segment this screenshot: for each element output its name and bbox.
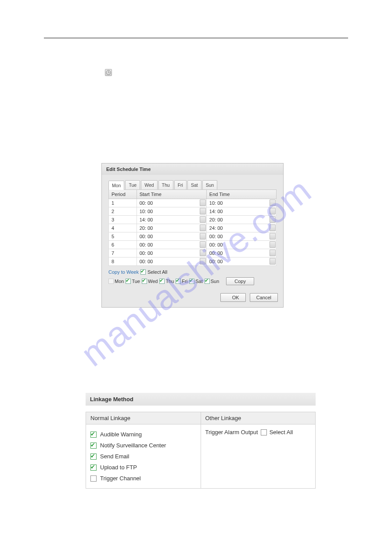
start-time-cell[interactable]: 00: 00	[137, 232, 206, 241]
day-checkbox-fri[interactable]	[176, 279, 181, 284]
linkage-checkbox[interactable]	[90, 443, 97, 449]
day-checkbox-tue[interactable]	[126, 279, 131, 284]
time-picker-icon[interactable]	[200, 216, 206, 223]
end-time-cell[interactable]: 24: 00	[206, 224, 276, 232]
period-cell: 2	[109, 207, 137, 216]
end-time-cell[interactable]: 10: 00	[206, 199, 276, 207]
select-all-alarm-checkbox[interactable]	[261, 429, 267, 435]
linkage-label: Upload to FTP	[100, 464, 137, 471]
tab-thu[interactable]: Thu	[158, 180, 173, 189]
period-cell: 4	[109, 224, 137, 232]
day-checkbox-mon	[108, 279, 114, 284]
time-picker-icon[interactable]	[270, 200, 276, 206]
normal-linkage-header: Normal Linkage	[86, 412, 201, 424]
linkage-checkbox[interactable]	[90, 432, 97, 438]
day-label: Tue	[132, 279, 140, 284]
end-time-cell[interactable]: 00: 00	[206, 241, 276, 249]
time-picker-icon[interactable]	[200, 250, 206, 256]
linkage-panel: Linkage Method Normal Linkage Other Link…	[86, 393, 316, 489]
start-time-cell[interactable]: 00: 00	[137, 199, 206, 207]
list-item: Upload to FTP	[90, 462, 196, 473]
table-row: 314: 0020: 00	[109, 216, 277, 224]
table-row: 210: 0014: 00	[109, 207, 277, 216]
clock-icon	[105, 69, 112, 76]
day-checkbox-wed[interactable]	[142, 279, 147, 284]
linkage-header: Linkage Method	[86, 393, 316, 406]
copy-to-week-link[interactable]: Copy to Week	[108, 269, 139, 275]
other-linkage-header: Other Linkage	[201, 412, 316, 424]
time-picker-icon[interactable]	[270, 216, 276, 223]
tab-mon[interactable]: Mon	[108, 181, 124, 190]
day-label: Fri	[182, 279, 187, 284]
day-checkbox-thu[interactable]	[159, 279, 165, 284]
day-thu[interactable]: Thu	[159, 279, 174, 284]
time-picker-icon[interactable]	[200, 241, 206, 248]
time-picker-icon[interactable]	[270, 208, 276, 214]
start-time-cell[interactable]: 20: 00	[137, 224, 206, 232]
start-time-cell[interactable]: 00: 00	[137, 249, 206, 258]
linkage-label: Notify Surveillance Center	[100, 442, 166, 449]
time-picker-icon[interactable]	[270, 258, 276, 265]
day-tue[interactable]: Tue	[126, 279, 140, 284]
day-label: Mon	[115, 279, 124, 284]
day-wed[interactable]: Wed	[142, 279, 158, 284]
period-cell: 7	[109, 249, 137, 258]
end-time-cell[interactable]: 00: 00	[206, 258, 276, 266]
end-time-cell[interactable]: 00: 00	[206, 249, 276, 258]
period-header: Period	[109, 190, 137, 199]
time-picker-icon[interactable]	[200, 208, 206, 214]
day-mon: Mon	[108, 279, 124, 284]
tab-wed[interactable]: Wed	[141, 180, 157, 189]
end-time-header: End Time	[206, 190, 276, 199]
table-row: 800: 0000: 00	[109, 258, 277, 266]
time-picker-icon[interactable]	[270, 233, 276, 239]
day-label: Sun	[211, 279, 219, 284]
select-all-label: Select All	[147, 269, 167, 275]
period-cell: 5	[109, 232, 137, 241]
table-row: 700: 0000: 00	[109, 249, 277, 258]
select-all-alarm-label: Select All	[270, 429, 293, 435]
list-item: Audible Warning	[90, 429, 196, 440]
time-picker-icon[interactable]	[200, 200, 206, 206]
linkage-checkbox[interactable]	[90, 453, 97, 460]
ok-button[interactable]: OK	[220, 293, 246, 302]
tab-sat[interactable]: Sat	[187, 180, 201, 189]
time-picker-icon[interactable]	[200, 233, 206, 239]
period-cell: 6	[109, 241, 137, 249]
select-all-checkbox[interactable]	[140, 269, 146, 275]
start-time-cell[interactable]: 00: 00	[137, 241, 206, 249]
copy-button[interactable]: Copy	[226, 277, 254, 285]
end-time-cell[interactable]: 20: 00	[206, 216, 276, 224]
day-checkbox-sun[interactable]	[205, 279, 210, 284]
day-checkbox-sat[interactable]	[189, 279, 194, 284]
table-row: 600: 0000: 00	[109, 241, 277, 249]
day-fri[interactable]: Fri	[176, 279, 187, 284]
tab-sun[interactable]: Sun	[202, 180, 218, 189]
linkage-label: Audible Warning	[100, 431, 142, 438]
period-cell: 8	[109, 258, 137, 266]
time-picker-icon[interactable]	[270, 241, 276, 248]
day-sat[interactable]: Sat	[189, 279, 203, 284]
start-time-cell[interactable]: 00: 00	[137, 258, 206, 266]
day-label: Wed	[148, 279, 158, 284]
linkage-label: Trigger Channel	[100, 475, 141, 482]
time-picker-icon[interactable]	[200, 225, 206, 231]
day-sun[interactable]: Sun	[205, 279, 219, 284]
linkage-checkbox[interactable]	[90, 475, 97, 482]
time-picker-icon[interactable]	[270, 250, 276, 256]
list-item: Send Email	[90, 451, 196, 462]
cancel-button[interactable]: Cancel	[250, 293, 278, 302]
linkage-checkbox[interactable]	[90, 464, 97, 471]
end-time-cell[interactable]: 14: 00	[206, 207, 276, 216]
start-time-cell[interactable]: 10: 00	[137, 207, 206, 216]
trigger-alarm-output-label: Trigger Alarm Output	[205, 429, 258, 435]
time-picker-icon[interactable]	[200, 258, 206, 265]
tab-fri[interactable]: Fri	[174, 180, 187, 189]
tab-tue[interactable]: Tue	[125, 180, 140, 189]
period-cell: 1	[109, 199, 137, 207]
start-time-cell[interactable]: 14: 00	[137, 216, 206, 224]
time-picker-icon[interactable]	[270, 225, 276, 231]
end-time-cell[interactable]: 00: 00	[206, 232, 276, 241]
day-tabs: MonTueWedThuFriSatSun	[108, 180, 277, 189]
horizontal-rule	[44, 38, 348, 38]
